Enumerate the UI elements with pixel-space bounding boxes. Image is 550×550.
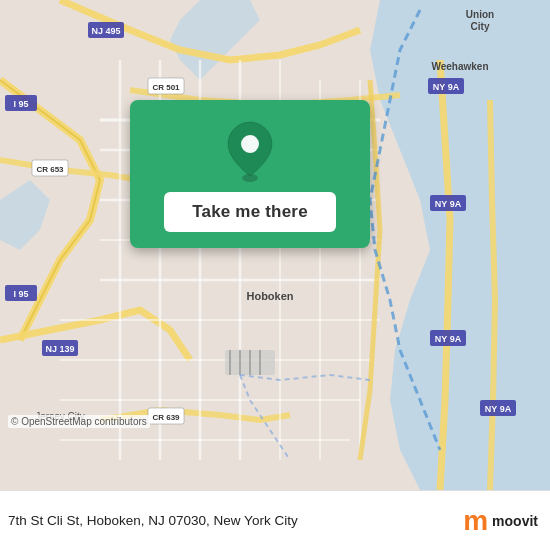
- svg-text:NY 9A: NY 9A: [435, 334, 462, 344]
- svg-text:NJ 139: NJ 139: [45, 344, 74, 354]
- moovit-logo-icon: m: [463, 507, 488, 535]
- bottom-bar: 7th St Cli St, Hoboken, NJ 07030, New Yo…: [0, 490, 550, 550]
- address-label: 7th St Cli St, Hoboken, NJ 07030, New Yo…: [8, 513, 463, 528]
- location-pin-icon: [224, 120, 276, 182]
- svg-text:NY 9A: NY 9A: [433, 82, 460, 92]
- map-attribution: © OpenStreetMap contributors: [8, 415, 150, 428]
- svg-text:I 95: I 95: [13, 99, 28, 109]
- svg-text:NY 9A: NY 9A: [435, 199, 462, 209]
- location-card: Take me there: [130, 100, 370, 248]
- svg-text:NJ 495: NJ 495: [91, 26, 120, 36]
- map-view: I 95 I 95 NJ 495 CR 501 CR 653 NJ 139 CR…: [0, 0, 550, 490]
- svg-text:City: City: [471, 21, 490, 32]
- svg-text:CR 501: CR 501: [152, 83, 180, 92]
- svg-text:Union: Union: [466, 9, 494, 20]
- svg-text:CR 653: CR 653: [36, 165, 64, 174]
- svg-text:I 95: I 95: [13, 289, 28, 299]
- svg-text:Hoboken: Hoboken: [246, 290, 293, 302]
- svg-text:CR 639: CR 639: [152, 413, 180, 422]
- take-me-there-button[interactable]: Take me there: [164, 192, 336, 232]
- moovit-logo-text: moovit: [492, 513, 538, 529]
- svg-text:NY 9A: NY 9A: [485, 404, 512, 414]
- svg-text:Weehawken: Weehawken: [431, 61, 488, 72]
- moovit-logo: m moovit: [463, 507, 538, 535]
- svg-point-37: [241, 135, 259, 153]
